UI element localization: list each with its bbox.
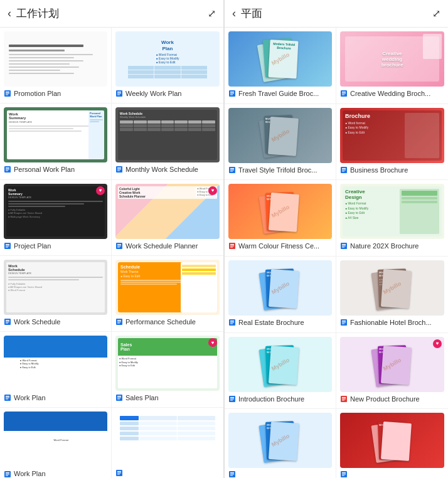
list-item[interactable]: WorkSummary DESIGN TEMPLATE Personal Wor… [0,104,112,179]
right-back-button[interactable]: ‹ [232,7,236,20]
item-label [228,470,332,478]
doc-blue-icon [4,318,11,326]
item-label: Business Brochure [340,166,444,174]
svg-rect-5 [117,92,121,93]
list-item[interactable]: Modern TrifoldBrochure Mybillo Real Esta… [225,257,336,333]
svg-rect-58 [230,169,234,170]
list-item[interactable]: WorkSummary DESIGN TEMPLATE ● Fully Edit… [0,180,112,256]
svg-rect-63 [342,171,344,171]
doc-blue-icon [4,470,11,478]
doc-blue-icon [115,242,123,250]
svg-rect-90 [230,474,234,475]
right-header: ‹ 平面 ⤢ [225,0,448,28]
svg-rect-65 [230,244,234,245]
item-label: Performance Schedule [115,317,220,326]
svg-rect-51 [230,95,233,95]
list-item[interactable]: CreativeDesign ● Word Format● Easy to Mo… [336,180,448,257]
doc-blue-icon [115,166,123,173]
item-label: Project Plan [4,242,107,250]
svg-rect-55 [342,95,344,95]
project-thumb: WorkSummary DESIGN TEMPLATE ● Fully Edit… [4,184,107,239]
list-item[interactable]: Modern TrifoldBrochure Mybillo Warm Colo… [225,180,336,257]
list-item[interactable]: WorkPlan Word Format Work Plan [0,408,112,478]
list-item[interactable]: Schedule Work Theme ● Easy to Edit [112,256,223,332]
svg-rect-27 [6,323,8,324]
list-item[interactable]: Colorful LightCreative WorkSchedule Plan… [112,180,223,256]
doc-blue-icon [340,242,348,250]
right-title: 平面 [241,6,432,21]
list-item[interactable]: Modern TrifoldBrochure ♥ Mybillo New Pro… [336,333,448,410]
svg-rect-79 [342,324,344,324]
last-brochure-thumb2: Brochure [340,413,444,468]
doc-blue-icon [4,394,11,401]
svg-rect-78 [342,322,346,323]
right-share-icon[interactable]: ⤢ [432,8,440,19]
workplan-thumb: WorkPlan ● Word Format● Easy to Modify● … [4,336,107,391]
item-label: Introduction Brochure [228,395,332,403]
fitness-thumb: Modern TrifoldBrochure Mybillo [228,184,332,239]
list-item[interactable]: WorkPlan ● Word Format● Easy to Modify● … [112,28,223,104]
svg-rect-83 [230,400,233,400]
svg-rect-18 [6,245,9,246]
performance-thumb: Schedule Work Theme ● Easy to Edit [115,260,220,315]
heart-badge: ♥ [433,339,442,348]
doc-blue-icon [340,470,348,478]
item-label: Personal Work Plan [4,165,107,174]
svg-rect-69 [342,244,346,245]
doc-blue-icon [4,242,11,250]
item-label: Warm Colour Fitness Ce... [228,242,332,250]
svg-rect-75 [230,324,233,324]
svg-rect-91 [230,475,233,476]
svg-rect-10 [6,169,9,170]
list-item[interactable]: Modern TrifoldBrochure Mybillo Introduct… [225,333,336,410]
list-item[interactable]: WorkPlan ● Word Format● Easy to Modify● … [0,332,112,408]
list-item[interactable] [112,408,223,478]
item-label: Travel Style Trifold Broc... [228,166,332,174]
list-item[interactable]: Promotion Plan [0,28,112,104]
doc-blue-icon [340,319,348,326]
doc-blue-icon [228,395,236,403]
left-share-icon[interactable]: ⤢ [208,8,216,19]
list-item[interactable]: Work Schedule Weekly Work Schedule Month… [112,104,223,179]
realestate-thumb: Modern TrifoldBrochure Mybillo [228,260,332,316]
business-brochure-thumb: Brochure ● Word format● Easy to Modify● … [340,108,444,163]
list-item[interactable]: Brochure [336,409,448,478]
list-item[interactable]: Modern TrifoldBrochure Mybillo [225,409,336,478]
right-panel: ‹ 平面 ⤢ Modern TrifoldBrochure Mybillo Fr… [224,0,448,478]
svg-rect-21 [117,244,121,245]
list-item[interactable]: WorkSchedule DESIGN TEMPLATE ● Fully Edi… [0,256,112,332]
planner-thumb: Colorful LightCreative WorkSchedule Plan… [115,184,220,239]
svg-rect-66 [230,246,234,247]
svg-rect-85 [342,397,346,398]
list-item[interactable]: Brochure ● Word format● Easy to Modify● … [336,104,448,181]
salesplan-thumb: SalesPlan ● Word Format● Easy to Modify●… [115,336,220,391]
doc-blue-icon [228,166,236,174]
item-label [115,469,220,477]
item-label: Work Plan [4,393,107,402]
doc-blue-icon [115,469,123,477]
list-item[interactable]: Modern TrifoldBrochure Mybillo Travel St… [225,104,336,181]
workschedule-thumb: WorkSchedule DESIGN TEMPLATE ● Fully Edi… [4,260,107,315]
wedding-brochure-thumb: Creativeweddingbrochure [340,31,444,87]
svg-rect-29 [117,320,121,321]
left-back-button[interactable]: ‹ [8,7,11,20]
left-header: ‹ 工作计划 ⤢ [0,0,223,28]
item-label: New Product Brochure [340,395,444,403]
list-item[interactable]: Creativeweddingbrochure Creative Wedding… [336,28,448,104]
monthly-thumb: Work Schedule Weekly Work Schedule [115,107,220,162]
doc-blue-icon [340,166,348,174]
item-label: Work Schedule Planner [115,242,220,250]
item-label: Monthly Work Schedule [115,165,220,174]
svg-rect-46 [117,473,121,474]
svg-rect-49 [230,92,234,93]
left-title: 工作计划 [16,6,208,21]
list-item[interactable]: Modern TrifoldBrochure Mybillo Fresh Tra… [225,28,336,104]
svg-rect-81 [230,397,234,398]
svg-rect-17 [6,244,9,245]
svg-rect-94 [342,474,346,475]
list-item[interactable]: Modern TrifoldBrochure ● Word Force● Eas… [336,257,448,333]
svg-rect-33 [6,396,9,397]
svg-rect-2 [6,93,9,94]
modern-trifold-thumb: Modern TrifoldBrochure Mybillo [228,108,332,163]
list-item[interactable]: SalesPlan ● Word Format● Easy to Modify●… [112,332,223,408]
